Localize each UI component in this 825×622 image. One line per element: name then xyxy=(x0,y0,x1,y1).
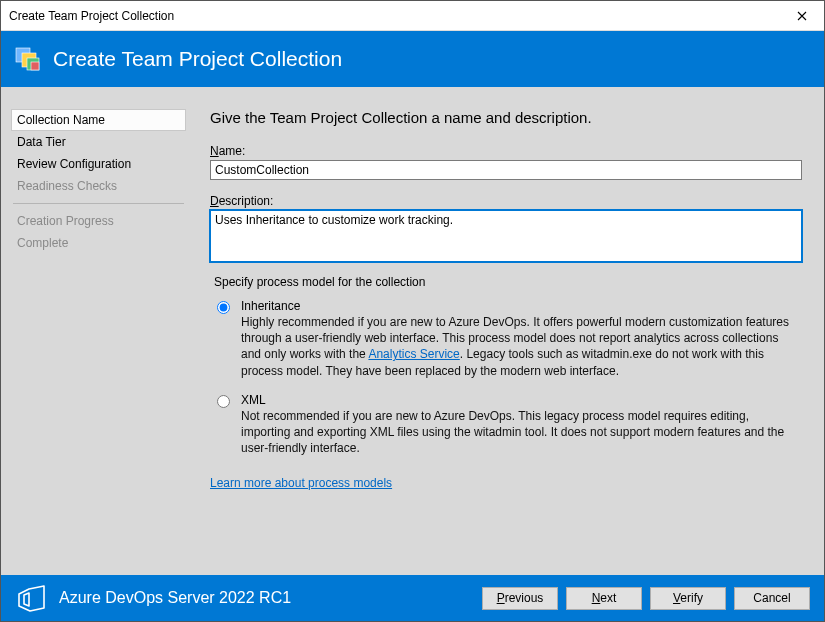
inheritance-label: Inheritance xyxy=(241,299,802,313)
analytics-service-link[interactable]: Analytics Service xyxy=(368,347,459,361)
description-input[interactable] xyxy=(210,210,802,262)
name-input[interactable] xyxy=(210,160,802,180)
titlebar: Create Team Project Collection xyxy=(1,1,824,31)
description-label: Description: xyxy=(210,194,802,208)
azure-devops-logo-icon xyxy=(15,583,49,613)
xml-radio[interactable] xyxy=(217,395,230,408)
sidebar-item-label: Creation Progress xyxy=(17,214,114,228)
close-button[interactable] xyxy=(779,1,824,31)
sidebar-item-data-tier[interactable]: Data Tier xyxy=(11,131,186,153)
wizard-content: Give the Team Project Collection a name … xyxy=(196,87,824,575)
product-name: Azure DevOps Server 2022 RC1 xyxy=(59,589,472,607)
banner-title: Create Team Project Collection xyxy=(53,47,342,71)
cancel-button[interactable]: Cancel xyxy=(734,587,810,610)
sidebar-item-creation-progress: Creation Progress xyxy=(11,210,186,232)
footer-buttons: Previous Next Verify Cancel xyxy=(482,587,810,610)
process-option-xml[interactable]: XML Not recommended if you are new to Az… xyxy=(210,391,802,459)
sidebar-item-review-configuration[interactable]: Review Configuration xyxy=(11,153,186,175)
process-option-inheritance[interactable]: Inheritance Highly recommended if you ar… xyxy=(210,297,802,381)
sidebar-item-label: Readiness Checks xyxy=(17,179,117,193)
verify-button[interactable]: Verify xyxy=(650,587,726,610)
collection-icon xyxy=(15,46,41,72)
page-heading: Give the Team Project Collection a name … xyxy=(210,109,802,126)
name-label: Name: xyxy=(210,144,802,158)
wizard-sidebar: Collection Name Data Tier Review Configu… xyxy=(1,87,196,575)
dialog-body: Collection Name Data Tier Review Configu… xyxy=(1,87,824,575)
sidebar-item-complete: Complete xyxy=(11,232,186,254)
xml-label: XML xyxy=(241,393,802,407)
sidebar-item-label: Review Configuration xyxy=(17,157,131,171)
previous-button[interactable]: Previous xyxy=(482,587,558,610)
svg-rect-3 xyxy=(31,62,39,70)
sidebar-item-readiness-checks: Readiness Checks xyxy=(11,175,186,197)
next-button[interactable]: Next xyxy=(566,587,642,610)
xml-description: Not recommended if you are new to Azure … xyxy=(241,408,802,457)
process-model-heading: Specify process model for the collection xyxy=(214,275,802,289)
sidebar-item-label: Collection Name xyxy=(17,113,105,127)
dialog-window: Create Team Project Collection Create Te… xyxy=(0,0,825,622)
footer: Azure DevOps Server 2022 RC1 Previous Ne… xyxy=(1,575,824,621)
banner: Create Team Project Collection xyxy=(1,31,824,87)
sidebar-item-collection-name[interactable]: Collection Name xyxy=(11,109,186,131)
inheritance-description: Highly recommended if you are new to Azu… xyxy=(241,314,802,379)
sidebar-item-label: Data Tier xyxy=(17,135,66,149)
inheritance-radio[interactable] xyxy=(217,301,230,314)
close-icon xyxy=(797,11,807,21)
sidebar-item-label: Complete xyxy=(17,236,68,250)
window-title: Create Team Project Collection xyxy=(9,9,779,23)
learn-more-link[interactable]: Learn more about process models xyxy=(210,476,392,490)
sidebar-separator xyxy=(13,203,184,204)
